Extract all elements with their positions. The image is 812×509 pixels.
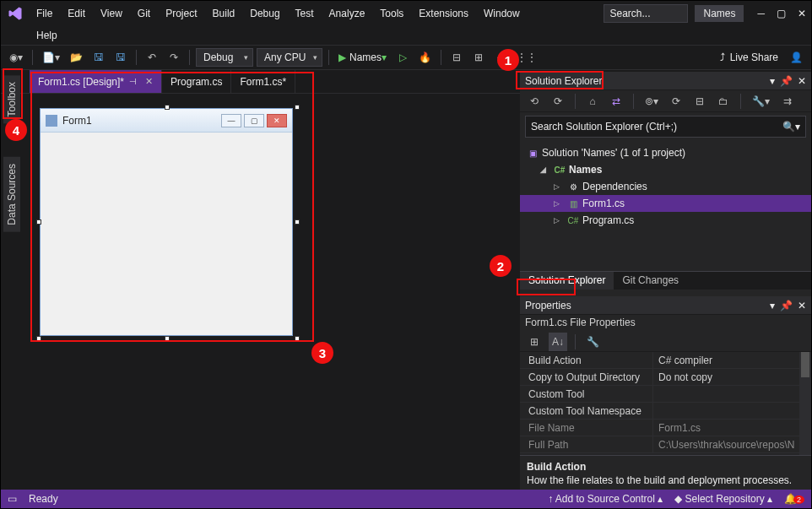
resize-handle[interactable] — [295, 105, 300, 110]
save-icon[interactable]: 🖫 — [89, 48, 108, 67]
side-tab-data-sources[interactable]: Data Sources — [3, 157, 20, 232]
se-back-icon[interactable]: ⟲ — [525, 92, 544, 111]
pin-icon[interactable]: 📌 — [780, 75, 793, 87]
pin-icon[interactable]: ⊣ — [129, 77, 137, 86]
menu-analyze[interactable]: Analyze — [322, 4, 372, 23]
menu-edit[interactable]: Edit — [61, 4, 92, 23]
resize-handle[interactable] — [165, 105, 170, 110]
start-nodebug-icon[interactable]: ▷ — [393, 48, 412, 67]
undo-icon[interactable]: ↶ — [143, 48, 161, 67]
se-preview-icon[interactable]: ⇉ — [778, 92, 797, 111]
menu-window[interactable]: Window — [477, 4, 527, 23]
tree-solution[interactable]: ▣Solution 'Names' (1 of 1 project) — [520, 144, 811, 161]
redo-icon[interactable]: ↷ — [165, 48, 183, 67]
start-button[interactable]: ▶ Names ▾ — [335, 48, 390, 67]
se-search-input[interactable]: Search Solution Explorer (Ctrl+;)🔍▾ — [525, 116, 806, 138]
menu-build[interactable]: Build — [206, 4, 242, 23]
property-row[interactable]: Full PathC:\Users\thrak\source\repos\N — [520, 436, 811, 453]
se-fwd-icon[interactable]: ⟳ — [549, 92, 567, 111]
scrollbar[interactable] — [799, 352, 811, 455]
se-sync-icon[interactable]: ⊚▾ — [641, 92, 662, 111]
main-menu: FileEditViewGitProjectBuildDebugTestAnal… — [30, 4, 527, 23]
property-row[interactable]: Custom Tool — [520, 386, 811, 403]
pin-icon[interactable]: 📌 — [780, 300, 793, 311]
pane-tab[interactable]: Solution Explorer — [520, 272, 614, 290]
save-all-icon[interactable]: 🖫 — [111, 48, 130, 67]
property-row[interactable]: Build ActionC# compiler — [520, 352, 811, 369]
menu-help[interactable]: Help — [30, 26, 64, 45]
resize-handle[interactable] — [36, 336, 41, 341]
menu-file[interactable]: File — [30, 4, 59, 23]
property-row[interactable]: Copy to Output DirectoryDo not copy — [520, 369, 811, 386]
minimize-icon[interactable]: ─ — [757, 8, 765, 19]
categorized-icon[interactable]: ⊞ — [525, 333, 544, 351]
notifications-icon[interactable]: 🔔2 — [784, 493, 804, 505]
open-icon[interactable]: 📂 — [67, 48, 86, 67]
account-icon[interactable]: 👤 — [787, 48, 806, 67]
menu-extensions[interactable]: Extensions — [412, 4, 475, 23]
se-showall-icon[interactable]: 🗀 — [714, 92, 733, 111]
platform-select[interactable]: Any CPU — [257, 48, 322, 67]
collapse-icon[interactable]: ◢ — [540, 165, 550, 174]
scroll-thumb[interactable] — [801, 352, 809, 377]
panel-menu-icon[interactable]: ▾ — [770, 75, 775, 87]
resize-handle[interactable] — [36, 219, 41, 225]
menu-git[interactable]: Git — [131, 4, 157, 23]
tree-program[interactable]: ▷C#Program.cs — [520, 212, 811, 229]
menu-tools[interactable]: Tools — [373, 4, 410, 23]
se-switch-icon[interactable]: ⇄ — [607, 92, 625, 111]
expand-icon[interactable]: ▷ — [554, 182, 564, 191]
tool-icon-3[interactable]: ↔ — [491, 48, 510, 67]
form-min-icon: — — [221, 114, 241, 127]
tree-form1[interactable]: ▷▥Form1.cs — [520, 195, 811, 212]
live-share-button[interactable]: ⤴Live Share — [715, 51, 783, 63]
property-row[interactable]: File NameForm1.cs — [520, 420, 811, 436]
tool-icon-1[interactable]: ⊟ — [447, 48, 466, 67]
nav-back-icon[interactable]: ◉▾ — [6, 48, 26, 67]
close-icon[interactable]: ✕ — [798, 300, 806, 311]
form-body[interactable] — [41, 133, 292, 335]
tool-icon-4[interactable]: ⋮⋮ — [513, 48, 540, 67]
tree-project[interactable]: ◢C#Names — [520, 161, 811, 178]
maximize-icon[interactable]: ▢ — [777, 8, 786, 19]
wrench-icon[interactable]: 🔧 — [583, 333, 603, 351]
config-select[interactable]: Debug — [196, 48, 253, 67]
property-row[interactable]: Custom Tool Namespace — [520, 403, 811, 420]
doc-tab[interactable]: Program.cs — [162, 70, 231, 93]
close-icon[interactable]: ✕ — [145, 76, 153, 87]
pane-tab[interactable]: Git Changes — [614, 272, 687, 290]
tree-dependencies[interactable]: ▷⚙Dependencies — [520, 178, 811, 195]
repo-button[interactable]: ◆ Select Repository ▴ — [674, 493, 772, 505]
se-refresh-icon[interactable]: ⟳ — [667, 92, 685, 111]
se-collapse-icon[interactable]: ⊟ — [690, 92, 709, 111]
project-name[interactable]: Names — [695, 5, 744, 22]
menu-view[interactable]: View — [94, 4, 129, 23]
window-controls: ─ ▢ ✕ — [757, 8, 806, 19]
resize-handle[interactable] — [165, 336, 170, 341]
resize-handle[interactable] — [295, 219, 300, 225]
menu-test[interactable]: Test — [289, 4, 321, 23]
tool-icon-2[interactable]: ⊞ — [469, 48, 488, 67]
se-home-icon[interactable]: ⌂ — [583, 92, 602, 111]
doc-tab[interactable]: Form1.cs [Design]*⊣✕ — [30, 70, 162, 93]
close-icon[interactable]: ✕ — [798, 75, 806, 87]
se-prop-icon[interactable]: 🔧▾ — [749, 92, 773, 111]
form-file-icon: ▥ — [567, 198, 579, 209]
new-item-icon[interactable]: 📄▾ — [39, 48, 63, 67]
resize-handle[interactable] — [295, 336, 300, 341]
menu-debug[interactable]: Debug — [243, 4, 286, 23]
form-preview[interactable]: Form1 — ▢ ✕ — [40, 108, 293, 336]
toolbar: ◉▾ 📄▾ 📂 🖫 🖫 ↶ ↷ Debug Any CPU ▶ Names ▾ … — [1, 45, 811, 70]
search-input[interactable]: Search... — [604, 4, 688, 23]
alpha-icon[interactable]: A↓ — [549, 333, 567, 351]
expand-icon[interactable]: ▷ — [554, 216, 564, 225]
doc-tab[interactable]: Form1.cs* — [231, 70, 295, 93]
menu-project[interactable]: Project — [159, 4, 203, 23]
hot-reload-icon[interactable]: 🔥 — [415, 48, 435, 67]
panel-menu-icon[interactable]: ▾ — [770, 300, 775, 311]
expand-icon[interactable]: ▷ — [554, 199, 564, 208]
side-tab-toolbox[interactable]: Toolbox — [3, 75, 20, 123]
form-designer[interactable]: Form1 — ▢ ✕ — [33, 101, 510, 464]
close-icon[interactable]: ✕ — [798, 8, 806, 19]
source-control-button[interactable]: ↑ Add to Source Control ▴ — [548, 493, 663, 505]
